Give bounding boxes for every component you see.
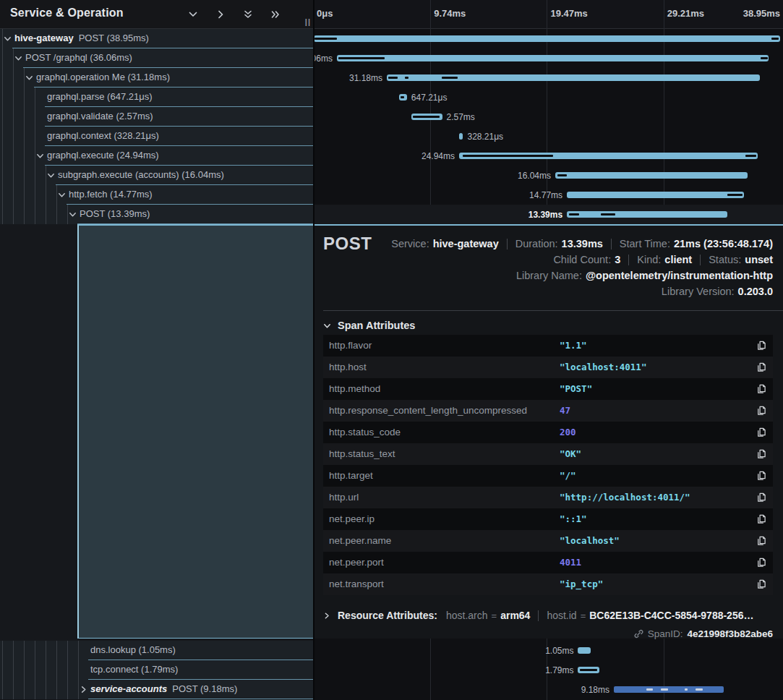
span-duration-bar[interactable]	[387, 74, 760, 81]
span-tree-row[interactable]: POST (13.39ms)	[0, 205, 314, 224]
collapse-span-icon[interactable]	[14, 54, 23, 63]
operation-name: tcp.connect (1.79ms)	[90, 664, 178, 675]
span-tree-row[interactable]: graphql.context (328.21μs)	[0, 127, 314, 146]
span-bar-row[interactable]: 13.39ms	[314, 205, 783, 224]
copy-icon[interactable]	[756, 362, 767, 373]
collapse-span-icon[interactable]	[3, 34, 12, 43]
span-bar-row[interactable]: 14.77ms	[314, 185, 783, 205]
span-bar-row[interactable]: 9.18ms	[314, 680, 783, 699]
span-bar-row[interactable]: 36.06ms	[314, 48, 783, 68]
copy-icon[interactable]	[756, 557, 767, 568]
span-name: tcp.connect (1.79ms)	[90, 664, 178, 675]
span-duration-bar[interactable]	[337, 55, 769, 61]
span-attributes-toggle[interactable]: Span Attributes	[323, 317, 415, 333]
time-tick: 29.21ms	[667, 8, 704, 19]
span-bar-row[interactable]: 1.79ms	[314, 660, 783, 680]
span-tree-row[interactable]: http.fetch (14.77ms)	[0, 185, 314, 205]
expand-all-icon[interactable]	[268, 7, 283, 22]
span-bar-row[interactable]: 24.94ms	[314, 146, 783, 166]
span-duration-bar[interactable]	[411, 114, 442, 120]
pane-resize-handle[interactable]: ||	[305, 17, 311, 26]
span-bar-row[interactable]: 16.04ms	[314, 166, 783, 185]
span-duration-bar[interactable]	[567, 211, 727, 218]
attribute-key: net.transport	[329, 579, 384, 589]
overview-label: Duration:	[515, 238, 558, 249]
indent-guide	[2, 185, 3, 205]
attribute-row: net.peer.name"localhost"	[323, 530, 773, 552]
collapse-span-icon[interactable]	[35, 151, 45, 161]
pane-divider[interactable]	[313, 0, 315, 700]
operation-name: graphql.operation Me (31.18ms)	[36, 72, 170, 82]
indent-guide	[35, 660, 35, 680]
span-tree-row[interactable]: graphql.execute (24.94ms)	[0, 146, 314, 166]
span-tree-row[interactable]: service-accountsPOST (9.18ms)	[0, 680, 314, 699]
span-bar-row[interactable]: 38.95ms	[314, 29, 783, 48]
span-id-row: SpanID: 4e21998f3b82abe6	[634, 626, 773, 641]
expand-one-icon[interactable]	[213, 7, 228, 22]
overview-value: client	[664, 254, 692, 265]
span-tree-row[interactable]: graphql.parse (647.21μs)	[0, 88, 314, 107]
span-tree-row[interactable]: tcp.connect (1.79ms)	[0, 660, 314, 680]
span-duration-bar[interactable]	[614, 686, 724, 693]
indent-guide	[13, 68, 14, 88]
collapse-all-icon[interactable]	[240, 7, 256, 22]
indent-guide	[46, 680, 46, 699]
duration-label: 647.21μs	[411, 93, 448, 103]
attribute-key: http.flavor	[329, 340, 372, 351]
span-bar-row[interactable]: 328.21μs	[314, 127, 783, 146]
copy-icon[interactable]	[756, 405, 767, 417]
attribute-row: net.transport"ip_tcp"	[323, 573, 773, 595]
span-duration-bar[interactable]	[399, 94, 407, 101]
overview-value: 21ms (23:56:48.174)	[674, 238, 773, 249]
duration-label: 31.18ms	[349, 73, 382, 83]
copy-icon[interactable]	[756, 340, 767, 351]
resource-attributes-toggle[interactable]: Resource Attributes: host.arch=arm64host…	[323, 607, 753, 624]
overview-label: Start Time:	[620, 238, 670, 249]
span-duration-bar[interactable]	[314, 35, 780, 42]
span-name: hive-gatewayPOST (38.95ms)	[14, 33, 149, 43]
chevron-down-icon	[323, 322, 331, 330]
copy-icon[interactable]	[756, 427, 767, 438]
copy-icon[interactable]	[756, 535, 767, 547]
span-duration-bar[interactable]	[555, 172, 748, 179]
attribute-value: "POST"	[560, 383, 592, 394]
span-tree-row[interactable]: hive-gatewayPOST (38.95ms)	[0, 29, 314, 48]
copy-icon[interactable]	[756, 492, 767, 503]
copy-icon[interactable]	[756, 448, 767, 460]
span-bar-row[interactable]: 31.18ms	[314, 68, 783, 88]
span-duration-bar[interactable]	[459, 153, 758, 159]
span-duration-bar[interactable]	[578, 667, 599, 673]
span-tree-row[interactable]: graphql.validate (2.57ms)	[0, 107, 314, 127]
span-duration-bar[interactable]	[567, 192, 744, 198]
time-tick: 9.74ms	[434, 8, 466, 19]
span-duration-bar[interactable]	[459, 133, 463, 140]
span-bar-row[interactable]: 2.57ms	[314, 107, 783, 127]
span-bar-row[interactable]: 1.05ms	[314, 641, 783, 660]
indent-guide	[24, 660, 25, 680]
span-tree-row[interactable]: POST /graphql (36.06ms)	[0, 48, 314, 68]
collapse-span-icon[interactable]	[25, 73, 34, 82]
span-duration-bar[interactable]	[578, 647, 590, 654]
collapse-span-icon[interactable]	[68, 210, 77, 219]
overview-label: Child Count:	[553, 254, 611, 265]
collapse-one-icon[interactable]	[185, 7, 201, 22]
collapse-span-icon[interactable]	[57, 190, 67, 200]
span-tree-row[interactable]: dns.lookup (1.05ms)	[0, 641, 314, 660]
copy-icon[interactable]	[756, 470, 767, 482]
copy-icon[interactable]	[756, 579, 767, 590]
indent-guide	[13, 205, 14, 224]
copy-icon[interactable]	[756, 513, 767, 525]
span-bar-row[interactable]: 647.21μs	[314, 88, 783, 107]
span-tree-row[interactable]: subgraph.execute (accounts) (16.04ms)	[0, 166, 314, 185]
expand-span-icon[interactable]	[79, 685, 88, 694]
indent-guide	[13, 166, 14, 185]
child-span-marker	[761, 57, 769, 59]
operation-name: POST /graphql (36.06ms)	[25, 52, 132, 63]
indent-guide	[13, 680, 14, 699]
span-tree-row[interactable]: graphql.operation Me (31.18ms)	[0, 68, 314, 88]
copy-icon[interactable]	[756, 383, 767, 395]
collapse-span-icon[interactable]	[46, 171, 56, 180]
link-icon[interactable]	[634, 629, 643, 639]
span-name: service-accountsPOST (9.18ms)	[90, 683, 237, 694]
attribute-key: http.method	[329, 383, 380, 394]
